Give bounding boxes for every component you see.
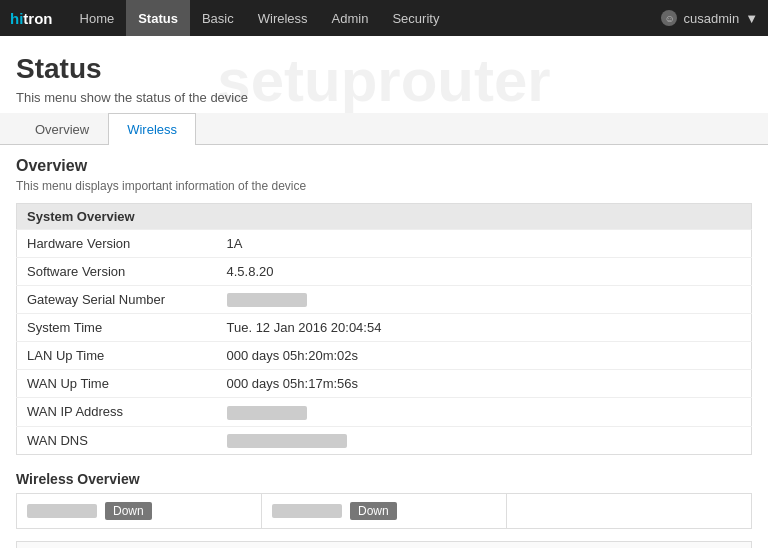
- page-subtitle: This menu show the status of the device: [16, 90, 752, 105]
- service-filter-section: Service Filter Inactive Host Name Protoc…: [16, 541, 752, 548]
- row-label: LAN Up Time: [17, 342, 217, 370]
- row-value-blurred: [217, 426, 752, 455]
- page-header-container: setuprouter Status This menu show the st…: [0, 36, 768, 113]
- page-title: Status: [16, 52, 752, 86]
- table-row: Gateway Serial Number: [17, 285, 752, 314]
- blurred-wan-dns: [227, 434, 347, 448]
- row-label: WAN IP Address: [17, 398, 217, 427]
- row-label: Software Version: [17, 257, 217, 285]
- nav-wireless[interactable]: Wireless: [246, 0, 320, 36]
- row-label: System Time: [17, 314, 217, 342]
- table-row: System Time Tue. 12 Jan 2016 20:04:54: [17, 314, 752, 342]
- row-label: Gateway Serial Number: [17, 285, 217, 314]
- row-value: 1A: [217, 229, 752, 257]
- wireless-cell-1: Down: [17, 494, 262, 528]
- logo-tron: tron: [23, 10, 52, 27]
- overview-title: Overview: [16, 157, 752, 175]
- wireless-overview-row: Down Down: [16, 493, 752, 529]
- ssid-blurred-1: [27, 504, 97, 518]
- row-value: 000 days 05h:17m:56s: [217, 370, 752, 398]
- nav-status[interactable]: Status: [126, 0, 190, 36]
- row-value-blurred: [217, 285, 752, 314]
- ssid-blurred-2: [272, 504, 342, 518]
- row-label: WAN DNS: [17, 426, 217, 455]
- nav-menu: Home Status Basic Wireless Admin Securit…: [68, 0, 662, 36]
- nav-security[interactable]: Security: [380, 0, 451, 36]
- overview-subtitle: This menu displays important information…: [16, 179, 752, 193]
- row-value-blurred: [217, 398, 752, 427]
- nav-home[interactable]: Home: [68, 0, 127, 36]
- service-filter-header: Service Filter Inactive: [16, 541, 752, 548]
- dropdown-arrow: ▼: [745, 11, 758, 26]
- user-menu[interactable]: ☺ cusadmin ▼: [661, 10, 758, 26]
- row-value: 000 days 05h:20m:02s: [217, 342, 752, 370]
- user-icon: ☺: [661, 10, 677, 26]
- table-row: Software Version 4.5.8.20: [17, 257, 752, 285]
- wireless-cell-2: Down: [262, 494, 507, 528]
- table-row: Hardware Version 1A: [17, 229, 752, 257]
- nav-basic[interactable]: Basic: [190, 0, 246, 36]
- row-label: Hardware Version: [17, 229, 217, 257]
- page-header: Status This menu show the status of the …: [0, 36, 768, 113]
- blurred-wan-ip: [227, 406, 307, 420]
- brand-logo: hitron: [10, 10, 53, 27]
- content-area: Overview This menu displays important in…: [0, 145, 768, 548]
- tab-overview[interactable]: Overview: [16, 113, 108, 145]
- table-row: LAN Up Time 000 days 05h:20m:02s: [17, 342, 752, 370]
- navbar: hitron Home Status Basic Wireless Admin …: [0, 0, 768, 36]
- table-row: WAN DNS: [17, 426, 752, 455]
- table-row: WAN IP Address: [17, 398, 752, 427]
- table-section-header: System Overview: [17, 203, 752, 229]
- wireless-overview-title: Wireless Overview: [16, 471, 752, 487]
- table-row: WAN Up Time 000 days 05h:17m:56s: [17, 370, 752, 398]
- row-value: Tue. 12 Jan 2016 20:04:54: [217, 314, 752, 342]
- tabs-bar: Overview Wireless: [0, 113, 768, 145]
- nav-admin[interactable]: Admin: [320, 0, 381, 36]
- system-overview-table: System Overview Hardware Version 1A Soft…: [16, 203, 752, 456]
- logo-hi: hi: [10, 10, 23, 27]
- wireless-cell-3: [507, 494, 751, 528]
- wireless-down-btn-2[interactable]: Down: [350, 502, 397, 520]
- row-value: 4.5.8.20: [217, 257, 752, 285]
- username: cusadmin: [683, 11, 739, 26]
- row-label: WAN Up Time: [17, 370, 217, 398]
- wireless-down-btn-1[interactable]: Down: [105, 502, 152, 520]
- blurred-serial: [227, 293, 307, 307]
- tab-wireless[interactable]: Wireless: [108, 113, 196, 145]
- system-overview-header: System Overview: [17, 203, 752, 229]
